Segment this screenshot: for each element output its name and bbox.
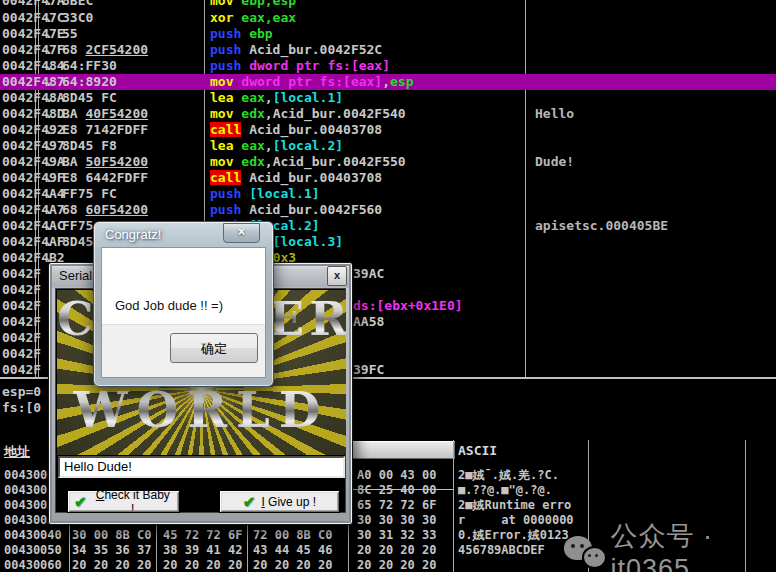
dump-hex-bytes: 20 20 20 20	[72, 558, 151, 572]
asm-row[interactable]: 0042F49A.BA 50F54200mov edx,Acid_bur.004…	[0, 154, 776, 170]
dump-address: 00430060	[4, 558, 62, 572]
asm-fragment: ds:[ebx+0x1E0]	[353, 298, 463, 314]
dump-hex-bytes: 65 72 72 6F	[357, 498, 436, 513]
asm-address: 0042F487	[2, 74, 65, 90]
asm-address: 0042F48A	[2, 90, 65, 106]
asm-row[interactable]: 0042F48A.8D45 FClea eax,[local.1]	[0, 90, 776, 106]
asm-address: 0042F49F	[2, 170, 65, 186]
dump-ascii-header: ASCII	[458, 443, 497, 458]
asm-row[interactable]: 0042F4A7.68 60F54200push Acid_bur.0042F5…	[0, 202, 776, 218]
asm-row[interactable]: 0042F47C.33C0xor eax,eax	[0, 10, 776, 26]
asm-address: 0042F47F	[2, 42, 65, 58]
asm-row[interactable]: 0042F47E.55push ebp	[0, 26, 776, 42]
asm-row[interactable]: 0042F484.64:FF30push dword ptr fs:[eax]	[0, 58, 776, 74]
asm-instruction: mov dword ptr fs:[eax],esp	[210, 74, 414, 90]
green-check-icon: ✔	[74, 493, 87, 511]
asm-opcode-bytes: 8D45 F8	[62, 138, 117, 154]
asm-instruction: call Acid_bur.00403708	[210, 122, 382, 138]
asm-address: 0042F4AC	[2, 218, 65, 234]
asm-row[interactable]: 0042F47A.8BECmov ebp,esp	[0, 0, 776, 9]
congratz-dialog[interactable]: Congratz! × God Job dude !! =) 确定	[93, 221, 274, 387]
asm-opcode-bytes: 64:FF30	[62, 58, 117, 74]
congratz-dialog-footer: 确定	[102, 324, 265, 377]
asm-address: 0042F	[2, 282, 41, 298]
asm-opcode-bytes: BA 40F54200	[62, 106, 85, 122]
asm-opcode-bytes: 55	[62, 26, 78, 42]
asm-address: 0042F47A	[2, 0, 65, 9]
asm-address: 0042F47E	[2, 26, 65, 42]
dump-address: 00430050	[4, 543, 62, 558]
artwork-bottom-text: WORLD	[57, 382, 346, 438]
asm-address: 0042F497	[2, 138, 65, 154]
green-check-icon: ✔	[243, 493, 256, 511]
dump-address-header: 地址	[4, 443, 30, 461]
asm-opcode-bytes: 33C0	[62, 10, 93, 26]
asm-row[interactable]: 0042F492.E8 7142FDFFcall Acid_bur.004037…	[0, 122, 776, 138]
asm-address: 0042F4A4	[2, 186, 65, 202]
info-esp-line: esp=0	[2, 384, 41, 399]
asm-address: 0042F4A7	[2, 202, 65, 218]
wechat-bubble-small	[582, 546, 607, 569]
asm-instruction: mov edx,Acid_bur.0042F540	[210, 106, 406, 122]
give-up-button[interactable]: ✔ I Give up !	[219, 490, 340, 513]
dump-hex-bytes: 8C 25 40 00	[357, 483, 436, 498]
asm-address: 0042F	[2, 330, 41, 346]
asm-row[interactable]: 0042F497.8D45 F8lea eax,[local.2]	[0, 138, 776, 154]
dump-hex-header-bar	[352, 441, 455, 459]
dump-hex-bytes: 45 72 72 6F	[163, 528, 242, 543]
congratz-message: God Job dude !! =)	[115, 298, 223, 313]
serial-input[interactable]: Hello Dude!	[58, 456, 345, 478]
asm-comment: apisetsc.000405BE	[535, 218, 668, 234]
check-it-baby-button[interactable]: ✔ Check it Baby !	[67, 490, 180, 513]
dump-hex-bytes: 30 00 8B C0	[72, 528, 151, 543]
dump-ascii-text: r at 0000000	[458, 513, 574, 528]
asm-instruction: push ebp	[210, 26, 273, 42]
congratz-dialog-client: God Job dude !! =) 确定	[101, 247, 266, 378]
asm-address: 0042F47C	[2, 10, 65, 26]
dump-hex-bytes: 38 39 41 42	[163, 543, 242, 558]
asm-address: 0042F49A	[2, 154, 65, 170]
dump-ascii-text: 2■娀Runtime erro	[458, 498, 571, 513]
asm-address: 0042F484	[2, 58, 65, 74]
dump-hex-bytes: 20 20 20 20	[163, 558, 242, 572]
congratz-close-button[interactable]: ×	[223, 223, 260, 243]
asm-opcode-bytes: E8 7142FDFF	[62, 122, 148, 138]
asm-instruction: push Acid_bur.0042F52C	[210, 42, 382, 58]
asm-instruction: mov edx,Acid_bur.0042F550	[210, 154, 406, 170]
watermark: 公众号 · it0365	[564, 518, 776, 572]
dump-hex-bytes: 30 30 30 30	[357, 513, 436, 528]
asm-instruction: mov ebp,esp	[210, 0, 296, 9]
asm-address: 0042F48D	[2, 106, 65, 122]
asm-opcode-bytes: BA 50F54200	[62, 154, 85, 170]
asm-address: 0042F492	[2, 122, 65, 138]
asm-comment: Hello	[535, 106, 574, 122]
asm-row[interactable]: 0042F487.64:8920mov dword ptr fs:[eax],e…	[0, 74, 776, 90]
dump-hex-bytes: 34 35 36 37	[72, 543, 151, 558]
dump-hex-bytes: A0 00 43 00	[357, 468, 436, 483]
asm-instruction: lea eax,[local.2]	[210, 138, 343, 154]
dump-ascii-text: 456789ABCDEF	[458, 543, 545, 558]
give-up-button-label: I Give up !	[261, 495, 316, 509]
asm-row[interactable]: 0042F49F.E8 6442FDFFcall Acid_bur.004037…	[0, 170, 776, 186]
asm-opcode-bytes: 8D45 FC	[62, 90, 117, 106]
asm-instruction: lea eax,[local.1]	[210, 90, 343, 106]
congratz-dialog-title: Congratz!	[105, 227, 161, 242]
asm-opcode-bytes: FF75 FC	[62, 186, 117, 202]
asm-row[interactable]: 0042F4A4.FF75 FCpush [local.1]	[0, 186, 776, 202]
asm-address: 0042F	[2, 346, 41, 362]
wechat-icon	[564, 532, 600, 572]
asm-instruction: xor eax,eax	[210, 10, 296, 26]
asm-row[interactable]: 0042F47F.68 2CF54200push Acid_bur.0042F5…	[0, 42, 776, 58]
asm-instruction: call Acid_bur.00403708	[210, 170, 382, 186]
asm-address: 0042F	[2, 266, 41, 282]
ok-button[interactable]: 确定	[170, 333, 258, 363]
serial-close-button[interactable]: x	[327, 266, 347, 286]
dump-hex-bytes: 20 20 20 20	[253, 558, 332, 572]
asm-address: 0042F4AF	[2, 234, 65, 250]
asm-opcode-bytes: 68 60F54200	[62, 202, 85, 218]
asm-fragment: AA58	[353, 314, 384, 330]
watermark-text: 公众号 · it0365	[610, 518, 776, 572]
dump-hex-bytes: 20 20 20 20	[357, 558, 436, 572]
asm-row[interactable]: 0042F48D.BA 40F54200mov edx,Acid_bur.004…	[0, 106, 776, 122]
dump-ascii-text: 2■娀¯.娀.羌.?C.	[458, 468, 559, 483]
